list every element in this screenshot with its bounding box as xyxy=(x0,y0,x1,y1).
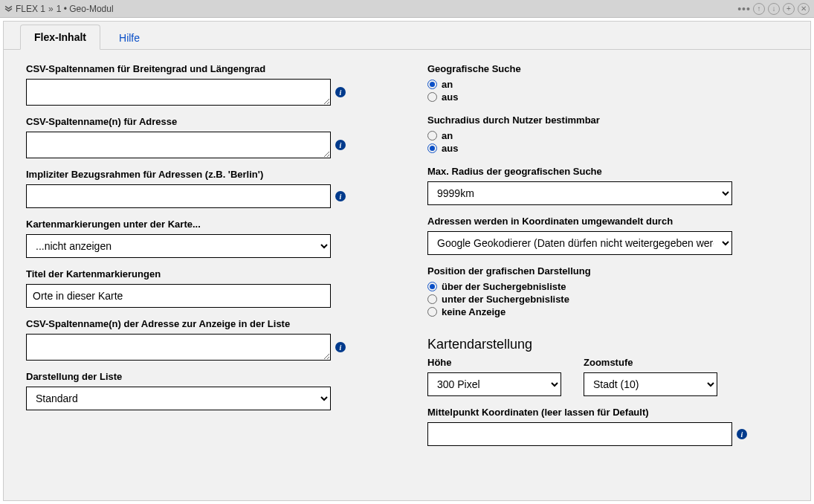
addr-list-col-label: CSV-Spaltenname(n) der Adresse zur Anzei… xyxy=(26,318,353,329)
list-view-select[interactable]: Standard xyxy=(26,387,331,410)
radio-label-on: an xyxy=(442,130,453,141)
right-column: Geografische Suche an aus Suchradius dur… xyxy=(427,63,755,456)
markers-select[interactable]: ...nicht anzeigen xyxy=(26,234,331,258)
geocoder-label: Adressen werden in Koordinaten umgewande… xyxy=(427,216,755,227)
user-radius-on-radio[interactable] xyxy=(427,131,437,140)
more-icon[interactable]: ••• xyxy=(738,3,750,15)
map-section-title: Kartendarstellung xyxy=(427,337,755,352)
user-radius-off-radio[interactable] xyxy=(427,143,437,153)
collapse-icon[interactable] xyxy=(4,4,13,14)
marker-title-input[interactable] xyxy=(26,284,331,308)
titlebar: FLEX 1 » 1 • Geo-Modul ••• ↑ ↓ + ✕ xyxy=(0,0,814,18)
csv-addr-label: CSV-Spaltenname(n) für Adresse xyxy=(26,116,353,127)
breadcrumb-sep: » xyxy=(48,4,54,14)
csv-addr-input[interactable] xyxy=(26,132,331,158)
max-radius-label: Max. Radius der geografischen Suche xyxy=(427,166,755,177)
center-label: Mittelpunkt Koordinaten (leer lassen für… xyxy=(427,407,755,418)
info-icon[interactable]: i xyxy=(335,140,346,150)
imp-ref-input[interactable] xyxy=(26,184,331,208)
geo-search-label: Geografische Suche xyxy=(427,63,755,74)
radio-label: keine Anzeige xyxy=(442,306,505,317)
csv-latlon-input[interactable] xyxy=(26,79,331,106)
radio-label: über der Suchergebnisliste xyxy=(442,281,566,292)
list-view-label: Darstellung der Liste xyxy=(26,371,353,382)
pos-under-radio[interactable] xyxy=(427,294,437,304)
imp-ref-label: Impliziter Bezugsrahmen für Adressen (z.… xyxy=(26,169,353,180)
zoom-label: Zoomstufe xyxy=(584,357,717,368)
pos-label: Position der grafischen Darstellung xyxy=(427,265,755,277)
geo-search-off-radio[interactable] xyxy=(427,92,437,102)
info-icon[interactable]: i xyxy=(335,191,346,201)
geo-search-on-radio[interactable] xyxy=(427,80,437,89)
addr-list-col-input[interactable] xyxy=(26,334,331,361)
height-label: Höhe xyxy=(427,357,561,368)
height-select[interactable]: 300 Pixel xyxy=(427,372,561,396)
pos-over-radio[interactable] xyxy=(427,282,437,291)
radio-label-off: aus xyxy=(442,91,458,103)
marker-title-label: Titel der Kartenmarkierungen xyxy=(26,268,353,280)
csv-latlon-label: CSV-Spaltennamen für Breitengrad und Län… xyxy=(26,63,353,74)
info-icon[interactable]: i xyxy=(737,429,747,439)
info-icon[interactable]: i xyxy=(335,87,346,97)
breadcrumb-2: 1 • Geo-Modul xyxy=(56,4,114,14)
pos-none-radio[interactable] xyxy=(427,307,437,317)
breadcrumb-1[interactable]: FLEX 1 xyxy=(16,4,45,14)
tab-bar: Flex-Inhalt Hilfe xyxy=(4,22,810,50)
user-radius-label: Suchradius durch Nutzer bestimmbar xyxy=(427,114,755,126)
tab-hilfe[interactable]: Hilfe xyxy=(105,25,154,50)
geocoder-select[interactable]: Google Geokodierer (Daten dürfen nicht w… xyxy=(427,231,732,255)
info-icon[interactable]: i xyxy=(335,342,346,352)
center-input[interactable] xyxy=(427,422,732,446)
radio-label-on: an xyxy=(442,79,453,90)
radio-label-off: aus xyxy=(442,143,458,154)
zoom-select[interactable]: Stadt (10) xyxy=(584,372,717,396)
markers-select-label: Kartenmarkierungen unter der Karte... xyxy=(26,219,353,230)
left-column: CSV-Spaltennamen für Breitengrad und Län… xyxy=(26,63,353,456)
tab-flex-inhalt[interactable]: Flex-Inhalt xyxy=(20,25,100,50)
radio-label: unter der Suchergebnisliste xyxy=(442,294,569,305)
close-icon[interactable]: ✕ xyxy=(798,3,810,15)
down-arrow-icon[interactable]: ↓ xyxy=(768,3,780,15)
up-arrow-icon[interactable]: ↑ xyxy=(753,3,765,15)
max-radius-select[interactable]: 9999km xyxy=(427,181,732,205)
add-icon[interactable]: + xyxy=(783,3,795,15)
